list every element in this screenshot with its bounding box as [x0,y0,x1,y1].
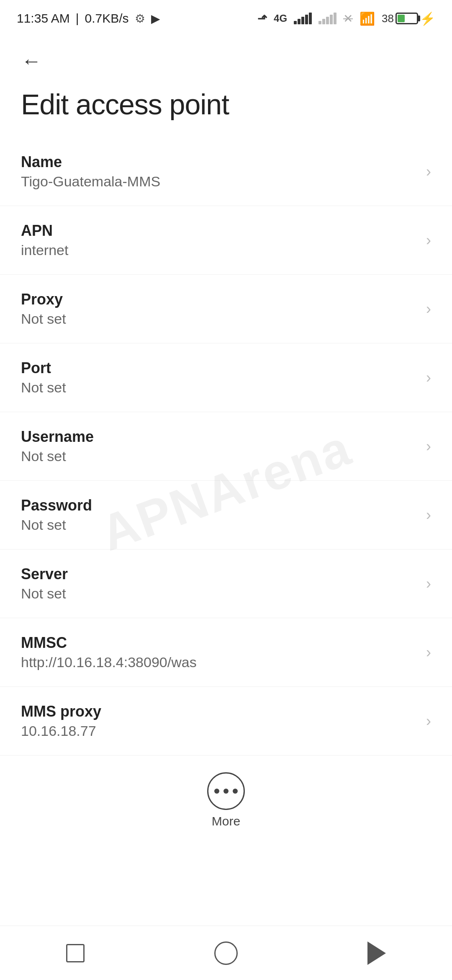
settings-item-proxy-value: Not set [21,311,418,327]
chevron-right-icon: › [426,575,431,593]
no-signal-icon: ✕ [343,12,353,26]
settings-item-mmsc-content: MMSC http://10.16.18.4:38090/was [21,634,418,671]
settings-item-name-value: Tigo-Guatemala-MMS [21,173,418,190]
chevron-right-icon: › [426,438,431,455]
settings-item-username[interactable]: Username Not set › [0,412,452,481]
bluetooth-icon: ⬏ [257,12,267,26]
navigation-bar [0,926,452,980]
settings-item-mms-proxy[interactable]: MMS proxy 10.16.18.77 › [0,687,452,756]
settings-item-password-value: Not set [21,517,418,533]
settings-item-server[interactable]: Server Not set › [0,549,452,618]
back-icon [367,941,386,965]
signal-bars-2 [318,13,336,24]
video-icon: ▶ [151,12,160,26]
settings-item-mmsc[interactable]: MMSC http://10.16.18.4:38090/was › [0,618,452,687]
status-left: 11:35 AM | 0.7KB/s ⚙ ▶ [17,11,160,26]
settings-item-proxy-content: Proxy Not set [21,291,418,327]
settings-item-name-label: Name [21,153,418,171]
wifi-icon: 📶 [360,11,375,26]
status-bar: 11:35 AM | 0.7KB/s ⚙ ▶ ⬏ 4G ✕ 📶 38 [0,0,452,34]
nav-recent-button[interactable] [50,936,100,970]
settings-item-proxy[interactable]: Proxy Not set › [0,275,452,343]
chevron-right-icon: › [426,300,431,318]
settings-item-mmsc-value: http://10.16.18.4:38090/was [21,654,418,671]
more-label: More [212,814,240,828]
home-icon [214,941,238,965]
more-dots-icon [214,789,238,794]
network-4g-icon: 4G [274,13,287,24]
settings-item-port-content: Port Not set [21,359,418,396]
settings-item-mms-proxy-label: MMS proxy [21,703,418,720]
settings-item-password-content: Password Not set [21,497,418,533]
settings-item-port-label: Port [21,359,418,377]
settings-item-name-content: Name Tigo-Guatemala-MMS [21,153,418,190]
back-arrow-icon: ← [21,49,41,72]
chevron-right-icon: › [426,163,431,181]
settings-item-apn-label: APN [21,222,418,240]
settings-item-port-value: Not set [21,379,418,396]
more-button[interactable] [207,772,245,810]
settings-item-proxy-label: Proxy [21,291,418,308]
settings-item-name[interactable]: Name Tigo-Guatemala-MMS › [0,137,452,206]
status-right: ⬏ 4G ✕ 📶 38 ⚡ [257,11,435,26]
settings-item-apn-value: internet [21,242,418,258]
settings-item-apn-content: APN internet [21,222,418,258]
settings-list: Name Tigo-Guatemala-MMS › APN internet ›… [0,137,452,756]
chevron-right-icon: › [426,369,431,387]
settings-icon: ⚙ [135,12,145,26]
status-separator: | [76,11,79,26]
settings-item-password[interactable]: Password Not set › [0,481,452,549]
chevron-right-icon: › [426,506,431,524]
page-title: Edit access point [0,80,452,137]
chevron-right-icon: › [426,712,431,730]
settings-item-username-label: Username [21,428,418,446]
more-section: More [0,756,452,837]
back-button[interactable]: ← [17,46,46,75]
status-speed: 0.7KB/s [85,11,129,26]
settings-item-username-content: Username Not set [21,428,418,464]
settings-item-mms-proxy-content: MMS proxy 10.16.18.77 [21,703,418,739]
nav-home-button[interactable] [201,936,251,970]
chevron-right-icon: › [426,644,431,661]
back-area: ← [0,34,452,80]
status-time: 11:35 AM [17,11,70,26]
settings-item-password-label: Password [21,497,418,514]
settings-item-port[interactable]: Port Not set › [0,343,452,412]
chevron-right-icon: › [426,232,431,249]
recent-apps-icon [66,944,85,962]
settings-item-mms-proxy-value: 10.16.18.77 [21,723,418,739]
battery-icon [396,13,418,24]
settings-item-mmsc-label: MMSC [21,634,418,652]
charging-icon: ⚡ [420,11,435,26]
settings-item-username-value: Not set [21,448,418,464]
battery-container: 38 ⚡ [382,11,435,26]
settings-item-server-label: Server [21,565,418,583]
nav-back-button[interactable] [352,936,402,970]
battery-percent: 38 [382,12,394,25]
settings-item-server-content: Server Not set [21,565,418,602]
settings-item-server-value: Not set [21,585,418,602]
signal-bars-1 [294,13,312,24]
battery-fill [398,15,405,22]
settings-item-apn[interactable]: APN internet › [0,206,452,275]
